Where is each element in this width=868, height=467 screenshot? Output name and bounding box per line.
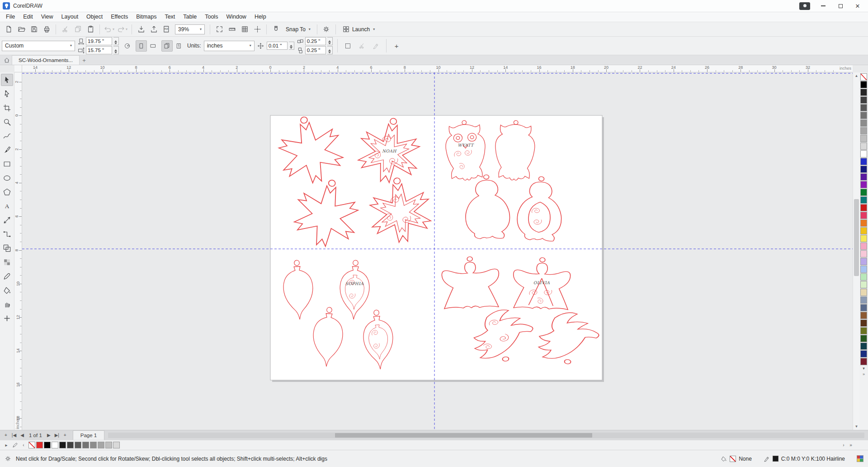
color-swatch[interactable] bbox=[860, 173, 867, 181]
color-swatch[interactable] bbox=[860, 219, 867, 227]
close-button[interactable]: ✕ bbox=[850, 0, 865, 11]
spin-down-button[interactable] bbox=[113, 41, 118, 45]
tool-interactive-fill[interactable] bbox=[1, 284, 13, 296]
color-swatch[interactable] bbox=[860, 350, 867, 357]
no-color-swatch[interactable] bbox=[28, 442, 35, 448]
outline-status[interactable]: C:0 M:0 Y:0 K:100 Hairline bbox=[764, 456, 845, 462]
tool-artistic-media[interactable] bbox=[1, 144, 13, 156]
color-swatch[interactable] bbox=[105, 442, 112, 448]
spin-down-button[interactable] bbox=[327, 50, 332, 54]
landscape-button[interactable] bbox=[147, 40, 159, 52]
units-select[interactable]: inches ▾ bbox=[204, 41, 255, 51]
color-swatch[interactable] bbox=[860, 212, 867, 219]
status-options-button[interactable] bbox=[5, 455, 11, 462]
palette-flyout-button[interactable]: ▸ bbox=[3, 441, 10, 449]
menu-text[interactable]: Text bbox=[160, 12, 179, 22]
vertical-ruler[interactable]: inches 2024681012141618 bbox=[14, 72, 22, 430]
color-swatch[interactable] bbox=[44, 442, 51, 448]
color-swatch[interactable] bbox=[860, 204, 867, 211]
menu-view[interactable]: View bbox=[37, 12, 57, 22]
color-swatch[interactable] bbox=[90, 442, 97, 448]
color-swatch[interactable] bbox=[860, 296, 867, 304]
paste-button[interactable] bbox=[85, 24, 96, 35]
color-swatch[interactable] bbox=[860, 227, 867, 234]
menu-tools[interactable]: Tools bbox=[201, 12, 222, 22]
show-rulers-button[interactable] bbox=[226, 24, 238, 35]
tool-contour[interactable] bbox=[1, 242, 13, 254]
document-tab[interactable]: SC-Wood-Ornaments... bbox=[12, 55, 80, 65]
color-swatch[interactable] bbox=[860, 273, 867, 281]
print-button[interactable] bbox=[41, 24, 52, 35]
drawing-canvas[interactable]: NOAHWYATTSOPHIAOLIVIA bbox=[22, 72, 853, 430]
add-page-button[interactable]: + bbox=[2, 431, 10, 440]
welcome-home-button[interactable] bbox=[2, 56, 12, 65]
show-grid-button[interactable] bbox=[239, 24, 250, 35]
color-swatch[interactable] bbox=[860, 358, 867, 365]
tool-zoom[interactable] bbox=[1, 116, 13, 128]
options-button[interactable] bbox=[321, 24, 332, 35]
color-swatch[interactable] bbox=[860, 196, 867, 204]
color-swatch[interactable] bbox=[860, 281, 867, 288]
drawing-scale-button[interactable] bbox=[122, 40, 133, 52]
ruler-origin[interactable] bbox=[14, 65, 22, 72]
spin-down-button[interactable] bbox=[327, 41, 332, 45]
page-height-spinner[interactable] bbox=[113, 46, 119, 54]
color-swatch[interactable] bbox=[860, 189, 867, 196]
snap-enable-button[interactable] bbox=[270, 24, 282, 35]
horizontal-scrollbar[interactable] bbox=[108, 433, 864, 438]
color-swatch[interactable] bbox=[860, 266, 867, 273]
color-swatch[interactable] bbox=[67, 442, 74, 448]
new-document-tab-button[interactable]: + bbox=[80, 56, 89, 65]
duplicate-y-input[interactable] bbox=[305, 46, 326, 54]
color-swatch[interactable] bbox=[860, 150, 867, 157]
tool-rectangle[interactable] bbox=[1, 158, 13, 170]
color-swatch[interactable] bbox=[860, 135, 867, 142]
color-swatch[interactable] bbox=[860, 343, 867, 350]
horizontal-ruler[interactable]: inches 141210864202468101214161820222426… bbox=[22, 65, 853, 72]
tool-parallel-dimension[interactable] bbox=[1, 214, 13, 226]
color-swatch[interactable] bbox=[36, 442, 43, 448]
color-swatch[interactable] bbox=[860, 312, 867, 319]
spin-up-button[interactable] bbox=[327, 38, 332, 41]
show-guidelines-button[interactable] bbox=[251, 24, 263, 35]
next-page-button[interactable]: ▶ bbox=[45, 431, 53, 440]
color-swatch[interactable] bbox=[860, 335, 867, 342]
menu-help[interactable]: Help bbox=[250, 12, 270, 22]
color-swatch[interactable] bbox=[860, 112, 867, 119]
duplicate-x-input[interactable] bbox=[305, 37, 326, 45]
portrait-button[interactable] bbox=[136, 40, 147, 52]
treat-as-filled-button[interactable] bbox=[342, 40, 354, 52]
color-swatch[interactable] bbox=[52, 442, 58, 448]
drawing-surface[interactable]: NOAHWYATTSOPHIAOLIVIA bbox=[22, 72, 853, 430]
zoom-level-select[interactable]: 39%▾ bbox=[175, 24, 205, 34]
export-button[interactable] bbox=[148, 24, 160, 35]
first-page-button[interactable]: |◀ bbox=[10, 431, 18, 440]
tool-text[interactable] bbox=[1, 200, 13, 212]
maximize-button[interactable] bbox=[833, 0, 848, 11]
duplicate-y-spinner[interactable] bbox=[327, 46, 333, 54]
fill-status[interactable]: None bbox=[721, 456, 752, 462]
color-swatch[interactable] bbox=[860, 104, 867, 111]
no-color-swatch[interactable] bbox=[860, 73, 867, 81]
tool-smear[interactable] bbox=[1, 298, 13, 310]
palette-grid-icon[interactable] bbox=[857, 455, 863, 462]
color-swatch[interactable] bbox=[860, 119, 867, 127]
menu-window[interactable]: Window bbox=[222, 12, 250, 22]
publish-to-pdf-button[interactable] bbox=[160, 24, 172, 35]
nudge-spinner[interactable] bbox=[289, 42, 294, 50]
spin-down-button[interactable] bbox=[113, 50, 118, 54]
add-page-after-button[interactable]: + bbox=[61, 431, 69, 440]
page-preset-select[interactable]: Custom ▾ bbox=[2, 41, 75, 51]
palette-more-button[interactable]: » bbox=[847, 441, 854, 449]
account-icon[interactable] bbox=[799, 2, 810, 10]
menu-bitmaps[interactable]: Bitmaps bbox=[132, 12, 160, 22]
edit-cut-button[interactable] bbox=[356, 40, 368, 52]
color-swatch[interactable] bbox=[860, 258, 867, 265]
previous-page-button[interactable]: ◀ bbox=[18, 431, 26, 440]
color-swatch[interactable] bbox=[860, 96, 867, 104]
color-swatch[interactable] bbox=[860, 143, 867, 150]
cut-button[interactable] bbox=[59, 24, 71, 35]
page-tab[interactable]: Page 1 bbox=[73, 430, 104, 440]
color-swatch[interactable] bbox=[75, 442, 81, 448]
color-swatch[interactable] bbox=[98, 442, 104, 448]
